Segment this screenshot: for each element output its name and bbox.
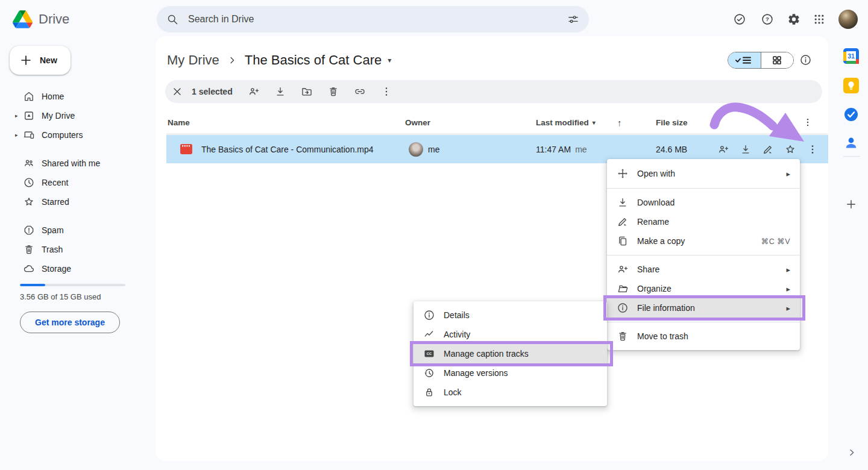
menu-item-move-to-trash[interactable]: Move to trash — [607, 327, 800, 346]
add-side-panel-app-button[interactable] — [845, 198, 857, 210]
column-header-owner[interactable]: Owner — [405, 111, 430, 134]
settings-button[interactable] — [782, 7, 806, 31]
side-panel-collapse-button[interactable] — [847, 448, 857, 457]
clear-selection-button[interactable] — [169, 83, 186, 100]
row-more-options-button[interactable] — [801, 139, 823, 160]
sidebar-item-spam[interactable]: Spam — [0, 221, 152, 240]
row-share-button[interactable] — [712, 139, 734, 160]
copy-link-button[interactable] — [351, 83, 368, 100]
menu-item-organize[interactable]: Organize ▸ — [607, 279, 800, 298]
row-star-button[interactable] — [779, 139, 801, 160]
computers-icon — [23, 129, 35, 141]
more-vertical-icon — [807, 143, 819, 155]
more-vertical-icon — [802, 117, 813, 128]
menu-item-file-information[interactable]: File information ▸ — [607, 298, 800, 318]
menu-divider — [607, 322, 800, 322]
trash-button[interactable] — [325, 83, 342, 100]
sidebar-item-home[interactable]: Home — [0, 87, 152, 106]
offline-status-button[interactable] — [728, 7, 752, 31]
download-button[interactable] — [272, 83, 289, 100]
shared-with-me-icon — [23, 157, 35, 169]
submenu-arrow-icon: ▸ — [786, 265, 790, 274]
trash-icon — [617, 330, 629, 342]
person-add-icon — [717, 143, 729, 155]
search-options-tune-icon[interactable] — [567, 13, 579, 25]
new-button-label: New — [40, 55, 57, 65]
column-header-name[interactable]: Name — [168, 111, 190, 134]
sidebar-item-computers[interactable]: ▸ Computers — [0, 125, 152, 145]
submenu-item-details[interactable]: Details — [414, 306, 607, 325]
menu-shortcut: ⌘C ⌘V — [761, 237, 790, 246]
activity-icon — [423, 328, 435, 340]
trash-icon — [327, 86, 339, 98]
menu-item-share[interactable]: Share ▸ — [607, 260, 800, 279]
table-more-options-button[interactable] — [802, 111, 813, 134]
share-button[interactable] — [245, 83, 262, 100]
menu-item-rename[interactable]: Rename — [607, 212, 800, 231]
owner-name: me — [428, 135, 439, 163]
info-icon — [617, 302, 629, 314]
submenu-item-activity[interactable]: Activity — [414, 325, 607, 344]
offline-check-icon — [733, 13, 746, 26]
column-header-last-modified[interactable]: Last modified▾ — [536, 111, 596, 134]
selected-count: 1 selected — [192, 87, 233, 96]
drive-logo[interactable]: Drive — [13, 8, 69, 30]
row-download-button[interactable] — [734, 139, 756, 160]
tasks-app-button[interactable] — [843, 107, 859, 122]
submenu-item-lock[interactable]: Lock — [414, 383, 607, 402]
folder-open-icon — [617, 283, 629, 295]
calendar-icon: 31 — [843, 48, 859, 64]
new-button[interactable]: New — [10, 46, 71, 75]
sidebar-item-trash[interactable]: Trash — [0, 240, 152, 259]
breadcrumb-my-drive[interactable]: My Drive — [167, 52, 219, 68]
list-view-icon — [734, 55, 755, 66]
more-actions-button[interactable] — [378, 83, 395, 100]
list-view-button[interactable] — [728, 52, 761, 68]
calendar-app-button[interactable]: 31 — [843, 48, 859, 64]
grid-view-button[interactable] — [761, 52, 794, 68]
breadcrumb-current-folder[interactable]: The Basics of Cat Care — [245, 52, 382, 68]
user-avatar[interactable] — [838, 10, 858, 29]
plus-icon — [845, 198, 857, 210]
menu-item-open-with[interactable]: Open with ▸ — [607, 163, 800, 184]
apps-grid-button[interactable] — [807, 7, 831, 31]
expand-caret-icon[interactable]: ▸ — [15, 113, 23, 119]
file-name: The Basics of Cat Care - Communication.m… — [201, 135, 374, 163]
closed-captions-icon: CC — [423, 348, 435, 360]
folder-menu-caret-icon[interactable]: ▾ — [388, 56, 391, 64]
download-icon — [617, 196, 629, 208]
sidebar-item-starred[interactable]: Starred — [0, 192, 152, 212]
menu-item-download[interactable]: Download — [607, 193, 800, 212]
get-more-storage-button[interactable]: Get more storage — [20, 312, 120, 333]
breadcrumb: My Drive The Basics of Cat Care ▾ — [167, 51, 391, 70]
search-bar[interactable] — [157, 6, 589, 33]
menu-item-make-a-copy[interactable]: Make a copy ⌘C ⌘V — [607, 231, 800, 251]
contacts-icon — [843, 135, 859, 151]
sidebar-item-my-drive[interactable]: ▸ My Drive — [0, 106, 152, 125]
copy-icon — [617, 235, 629, 247]
tasks-icon — [843, 107, 859, 122]
submenu-item-manage-caption-tracks[interactable]: CC Manage caption tracks — [414, 344, 607, 363]
pencil-icon — [617, 216, 629, 228]
support-button[interactable]: ? — [755, 7, 779, 31]
submenu-item-manage-versions[interactable]: Manage versions — [414, 363, 607, 383]
sidebar-item-recent[interactable]: Recent — [0, 173, 152, 192]
file-information-submenu: Details Activity CC Manage caption track… — [414, 301, 607, 406]
sort-direction-button[interactable]: ↑ — [617, 111, 622, 134]
submenu-arrow-icon: ▸ — [786, 169, 790, 178]
details-info-button[interactable] — [799, 54, 812, 66]
home-icon — [23, 90, 35, 102]
move-to-folder-button[interactable] — [298, 83, 315, 100]
history-icon — [423, 367, 435, 379]
column-header-file-size[interactable]: File size — [656, 111, 688, 134]
apps-grid-icon — [813, 13, 825, 25]
strip-divider — [843, 156, 860, 157]
svg-text:?: ? — [766, 16, 769, 22]
row-rename-button[interactable] — [756, 139, 779, 160]
sidebar-item-shared-with-me[interactable]: Shared with me — [0, 154, 152, 173]
sidebar-item-storage[interactable]: Storage — [0, 259, 152, 278]
expand-caret-icon[interactable]: ▸ — [15, 132, 23, 138]
contacts-app-button[interactable] — [843, 135, 859, 151]
keep-app-button[interactable] — [843, 78, 859, 93]
search-input[interactable] — [187, 13, 559, 25]
